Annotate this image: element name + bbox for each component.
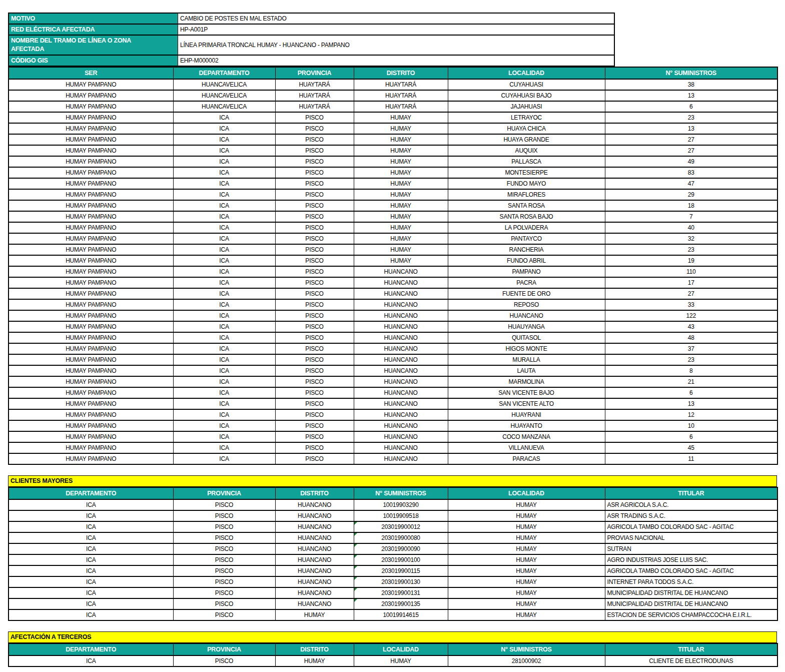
cell: HUMAY [354, 145, 448, 156]
table-row: ICAPISCOHUANCANO203019900100HUMAYAGRO IN… [9, 554, 777, 565]
cell: HUANCAVELICA [173, 101, 275, 112]
table-row: ICAPISCOHUANCANO203019900130HUMAYINTERNE… [9, 576, 777, 587]
info-value-tramo-linea: LÍNEA PRIMARIA TRONCAL HUMAY - HUANCANO … [178, 35, 615, 55]
clientes-mayores-table-body: ICAPISCOHUANCANO10019903290HUMAYASR AGRI… [9, 499, 777, 620]
cell: HUAYTARÁ [354, 101, 448, 112]
cell: HUMAY [354, 244, 448, 255]
cell: ICA [9, 532, 173, 543]
column-header: LOCALIDAD [354, 643, 448, 655]
cell: HUANCANO [275, 532, 354, 543]
cell: ICA [173, 376, 275, 387]
cell: AGRICOLA TAMBO COLORADO SAC - AGITAC [605, 565, 777, 576]
cell: 43 [605, 321, 777, 332]
cell: MURALLA [448, 354, 605, 365]
cell: AGRO INDUSTRIAS JOSE LUIS SAC. [605, 554, 777, 565]
cell: HUMAY PAMPANO [9, 178, 173, 189]
table-row: HUMAY PAMPANOICAPISCOHUMAYSANTA ROSA BAJ… [9, 211, 777, 222]
cell: HUMAY PAMPANO [9, 200, 173, 211]
cell: 23 [605, 112, 777, 123]
column-header: PROVINCIA [275, 67, 354, 79]
table-row: HUMAY PAMPANOICAPISCOHUANCANOPAMPANO110 [9, 266, 777, 277]
table-row: HUMAY PAMPANOICAPISCOHUANCANOHUAYRANI12 [9, 409, 777, 420]
cell: HUANCANO [275, 598, 354, 609]
cell: SANTA ROSA [448, 200, 605, 211]
cell: 6 [605, 431, 777, 442]
cell: PISCO [173, 543, 275, 554]
cell: 203019900130 [354, 576, 448, 587]
cell: SAN VICENTE BAJO [448, 387, 605, 398]
table-row: HUMAY PAMPANOICAPISCOHUANCANOHUAUYANGA43 [9, 321, 777, 332]
cell: HUANCANO [354, 288, 448, 299]
cell: HUMAY [448, 510, 605, 521]
cell: 18 [605, 200, 777, 211]
cell: 23 [605, 354, 777, 365]
cell: HUMAY [448, 587, 605, 598]
column-header: DISTRITO [275, 487, 354, 499]
cell: HUANCANO [275, 510, 354, 521]
cell: HUAYA CHICA [448, 123, 605, 134]
cell: 49 [605, 156, 777, 167]
cell: ICA [9, 510, 173, 521]
cell: ICA [173, 398, 275, 409]
localities-table: SERDEPARTAMENTOPROVINCIADISTRITOLOCALIDA… [8, 67, 778, 465]
column-header: DISTRITO [354, 67, 448, 79]
cell: ESTACION DE SERVICIOS CHAMPACCOCHA E.I.R… [605, 609, 777, 620]
cell: HUAUYANGA [448, 321, 605, 332]
cell: HUAYTARÁ [275, 90, 354, 101]
number-stored-as-text-flag-icon [354, 599, 357, 602]
cell: PISCO [173, 655, 275, 666]
cell: FUNDO MAYO [448, 178, 605, 189]
cell: 203019900012 [354, 521, 448, 532]
cell: 32 [605, 233, 777, 244]
cell: 83 [605, 167, 777, 178]
cell: HUMAY PAMPANO [9, 145, 173, 156]
cell: HUANCANO [275, 554, 354, 565]
cell: PROVIAS NACIONAL [605, 532, 777, 543]
cell: HUANCANO [354, 442, 448, 453]
cell: 203019900115 [354, 565, 448, 576]
table-row: HUMAY PAMPANOHUANCAVELICAHUAYTARÁHUAYTAR… [9, 101, 777, 112]
cell: HUMAY PAMPANO [9, 255, 173, 266]
cell: ICA [173, 200, 275, 211]
cell: HUMAY [354, 167, 448, 178]
cell: HUMAY PAMPANO [9, 310, 173, 321]
cell: ICA [9, 543, 173, 554]
cell: HUMAY PAMPANO [9, 431, 173, 442]
column-header: PROVINCIA [173, 643, 275, 655]
cell: PISCO [173, 576, 275, 587]
cell: HUMAY [354, 178, 448, 189]
cell: HUMAY PAMPANO [9, 343, 173, 354]
cell: ICA [173, 134, 275, 145]
info-value-codigo-gis: EHP-M000002 [178, 55, 615, 66]
page-content: MOTIVO CAMBIO DE POSTES EN MAL ESTADO RE… [8, 13, 777, 667]
cell: 203019900135 [354, 598, 448, 609]
cell: HUANCANO [354, 321, 448, 332]
cell: ICA [173, 409, 275, 420]
cell: ICA [173, 332, 275, 343]
cell: REPOSO [448, 299, 605, 310]
cell: ICA [173, 266, 275, 277]
cell: PISCO [275, 420, 354, 431]
cell: PISCO [275, 200, 354, 211]
cell: HUMAY PAMPANO [9, 112, 173, 123]
cell: PISCO [173, 598, 275, 609]
cell: PISCO [275, 145, 354, 156]
cell: HUMAY [448, 609, 605, 620]
cell: HUANCANO [354, 354, 448, 365]
afectacion-terceros-table-body: ICAPISCOHUMAYHUMAY281000902CLIENTE DE EL… [9, 655, 777, 666]
cell: 12 [605, 409, 777, 420]
cell: ICA [173, 233, 275, 244]
column-header: DEPARTAMENTO [173, 67, 275, 79]
cell: 27 [605, 145, 777, 156]
table-row: HUMAY PAMPANOICAPISCOHUMAYHUAYA CHICA13 [9, 123, 777, 134]
cell: HUMAY [354, 233, 448, 244]
section-title-afectacion-terceros: AFECTACIÓN A TERCEROS [8, 631, 777, 643]
cell: HUANCANO [354, 431, 448, 442]
cell: HIGOS MONTE [448, 343, 605, 354]
cell: PARACAS [448, 453, 605, 464]
cell: PAMPANO [448, 266, 605, 277]
table-row: HUMAY PAMPANOICAPISCOHUANCANOPACRA17 [9, 277, 777, 288]
cell: SANTA ROSA BAJO [448, 211, 605, 222]
cell: ICA [173, 431, 275, 442]
cell: HUMAY [448, 565, 605, 576]
